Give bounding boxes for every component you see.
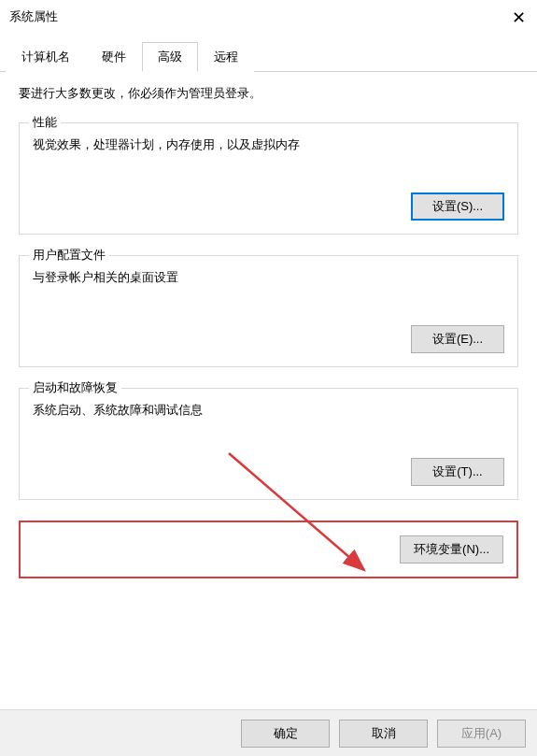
- groupbox-user-profiles-title: 用户配置文件: [29, 247, 109, 264]
- tab-strip: 计算机名 硬件 高级 远程: [0, 41, 537, 72]
- env-vars-highlight-box: 环境变量(N)...: [19, 521, 518, 578]
- startup-recovery-settings-button[interactable]: 设置(T)...: [411, 458, 504, 486]
- dialog-footer: 确定 取消 应用(A): [0, 709, 537, 756]
- groupbox-performance-title: 性能: [29, 114, 61, 131]
- groupbox-startup-recovery-title: 启动和故障恢复: [29, 379, 121, 396]
- tab-advanced[interactable]: 高级: [142, 42, 198, 72]
- ok-button[interactable]: 确定: [241, 720, 330, 748]
- groupbox-startup-recovery: 启动和故障恢复 系统启动、系统故障和调试信息 设置(T)...: [19, 388, 518, 500]
- tab-content-advanced: 要进行大多数更改，你必须作为管理员登录。 性能 视觉效果，处理器计划，内存使用，…: [0, 72, 537, 606]
- user-profiles-settings-button[interactable]: 设置(E)...: [411, 325, 504, 353]
- tab-computer-name[interactable]: 计算机名: [6, 42, 86, 72]
- performance-settings-button[interactable]: 设置(S)...: [411, 193, 504, 221]
- tab-hardware[interactable]: 硬件: [86, 42, 142, 72]
- close-icon[interactable]: ✕: [512, 7, 526, 28]
- groupbox-user-profiles-desc: 与登录帐户相关的桌面设置: [33, 269, 504, 286]
- titlebar: 系统属性 ✕: [0, 0, 537, 34]
- cancel-button[interactable]: 取消: [339, 720, 428, 748]
- groupbox-performance-desc: 视觉效果，处理器计划，内存使用，以及虚拟内存: [33, 136, 504, 153]
- groupbox-user-profiles: 用户配置文件 与登录帐户相关的桌面设置 设置(E)...: [19, 255, 518, 367]
- environment-variables-button[interactable]: 环境变量(N)...: [400, 535, 503, 563]
- groupbox-startup-recovery-desc: 系统启动、系统故障和调试信息: [33, 402, 504, 419]
- window-title: 系统属性: [9, 8, 58, 25]
- groupbox-performance: 性能 视觉效果，处理器计划，内存使用，以及虚拟内存 设置(S)...: [19, 122, 518, 235]
- apply-button[interactable]: 应用(A): [437, 720, 526, 748]
- tab-remote[interactable]: 远程: [198, 42, 254, 72]
- admin-note: 要进行大多数更改，你必须作为管理员登录。: [19, 85, 518, 102]
